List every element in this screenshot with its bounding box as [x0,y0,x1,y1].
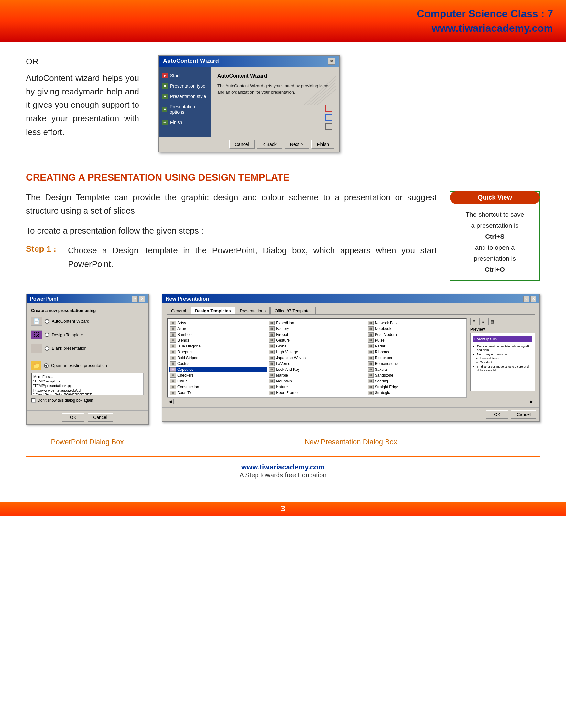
np-item-straight-edge[interactable]: ▤Straight Edge [366,384,465,390]
np-item-nature[interactable]: ▤Nature [268,384,366,390]
np-icon-strategic: ▤ [368,391,373,395]
pp-listbox[interactable]: More Files... \TEMP\sample.ppt \TEMP\pre… [31,373,144,395]
np-toolbar-icon-3[interactable]: ▦ [488,318,496,325]
np-icon-ribbons: ▤ [368,350,373,354]
np-icon-straight-edge: ▤ [368,385,373,389]
np-icon-network-blitz: ▤ [368,321,373,325]
np-item-marble[interactable]: ▤Marble [268,372,366,378]
np-item-ribbons[interactable]: ▤Ribbons [366,349,465,355]
np-item-high-voltage[interactable]: ▤High Voltage [268,349,366,355]
np-toolbar-icon-2[interactable]: ≡ [479,318,487,325]
np-item-network-blitz[interactable]: ▤Network Blitz [366,320,465,326]
np-item-fireball[interactable]: ▤Fireball [268,332,366,337]
wizard-step-options[interactable]: ■ Presentation options [162,104,208,115]
np-item-capsules[interactable]: ▤Capsules [169,367,268,372]
pp-help-btn[interactable]: ? [132,296,138,302]
pp-file-4[interactable]: }\Docs\PowerPoint\POWERPPT.PPT [33,392,142,395]
np-tab-office97[interactable]: Office 97 Templates [271,307,316,314]
np-item-laverne[interactable]: ▤LaVerne [268,361,366,367]
np-item-romanesque[interactable]: ▤Romanesque [366,361,465,367]
np-icon-blue-diagonal: ▤ [170,344,176,348]
preview-bullet-2: Nonummy nibh euismod Labeled Items Tinci… [477,352,532,365]
np-item-blueprint[interactable]: ▤Blueprint [169,349,268,355]
np-item-dads-tie[interactable]: ▤Dads Tie [169,390,268,396]
np-icon-sakura: ▤ [368,367,373,372]
wizard-step-start[interactable]: ▶ Start [162,73,208,78]
pp-ok-btn[interactable]: OK [62,413,84,422]
np-item-sakura[interactable]: ▤Sakura [366,367,465,372]
pp-cancel-btn[interactable]: Cancel [88,413,113,422]
pp-radio-blank-label: Blank presentation [52,346,87,351]
np-item-azure[interactable]: ▤Azure [169,326,268,332]
np-icon-japanese-waves: ▤ [269,356,275,360]
np-ok-btn[interactable]: OK [486,410,508,419]
qv-line2: a presentation is [471,222,519,229]
np-help-btn[interactable]: ? [523,296,529,302]
np-scroll-right[interactable]: ▶ [528,399,535,404]
np-item-bold-stripes[interactable]: ▤Bold Stripes [169,355,268,361]
caption-left: PowerPoint Dialog Box [26,438,149,446]
cancel-button[interactable]: Cancel [229,140,255,149]
left-text: OR AutoContent wizard helps you by givin… [26,55,139,152]
np-item-ricepaper[interactable]: ▤Ricepaper [366,355,465,361]
np-item-checkers[interactable]: ▤Checkers [169,372,268,378]
back-button[interactable]: < Back [257,140,282,149]
np-item-soaring[interactable]: ▤Soaring [366,378,465,384]
np-item-japanese-waves[interactable]: ▤Japanese Waves [268,355,366,361]
np-item-strategic[interactable]: ▤Strategic [366,390,465,396]
np-item-radar[interactable]: ▤Radar [366,343,465,349]
np-icon-ricepaper: ▤ [368,356,373,360]
np-item-neon-frame[interactable]: ▤Neon Frame [268,390,366,396]
np-horizontal-scrollbar[interactable]: ◀ ▶ [167,399,535,404]
np-item-sandstone[interactable]: ▤Sandstone [366,372,465,378]
pp-radio-autocontent[interactable]: 📄 AutoContent Wizard [31,317,144,326]
np-item-global[interactable]: ▤Global [268,343,366,349]
wizard-step-finish[interactable]: ↵ Finish [162,120,208,125]
pp-open-existing[interactable]: 📁 Open an existing presentation [31,361,144,370]
pp-close-btn[interactable]: ✕ [139,296,145,302]
np-item-cactus[interactable]: ▤Cactus [169,361,268,367]
pp-design-icon: 🖼 [31,330,42,339]
np-icon-construction: ▤ [170,385,176,389]
np-tab-design[interactable]: Design Templates [191,307,235,314]
finish-button[interactable]: Finish [311,140,334,149]
np-item-lock-and-key[interactable]: ▤Lock And Key [268,367,366,372]
np-cancel-btn[interactable]: Cancel [511,410,536,419]
np-item-artsy[interactable]: ▤Artsy [169,320,268,326]
pp-radio-design[interactable]: 🖼 Design Template [31,330,144,339]
np-icon-notebook: ▤ [368,326,373,331]
pp-file-1[interactable]: \TEMP\sample.ppt [33,379,142,383]
wizard-steps-panel: ▶ Start ■ Presentation type ■ Presentati… [159,67,211,137]
np-tab-general[interactable]: General [167,307,190,314]
np-close-btn[interactable]: ✕ [530,296,536,302]
qv-line3: and to open a [475,244,515,251]
wizard-step-type[interactable]: ■ Presentation type [162,83,208,89]
pp-checkbox-row: Don't show this dialog box again [31,398,144,403]
dialog-close-button[interactable]: ✕ [328,58,335,65]
np-item-blue-diagonal[interactable]: ▤Blue Diagonal [169,343,268,349]
np-item-mountain[interactable]: ▤Mountain [268,378,366,384]
np-tab-presentations[interactable]: Presentations [236,307,270,314]
np-item-expedition[interactable]: ▤Expedition [268,320,366,326]
pp-file-more[interactable]: More Files... [33,374,142,379]
wizard-step-style[interactable]: ■ Presentation style [162,94,208,99]
np-item-bamboo[interactable]: ▤Bamboo [169,332,268,337]
pp-radio-blank[interactable]: □ Blank presentation [31,344,144,353]
np-item-notebook[interactable]: ▤Notebook [366,326,465,332]
pp-file-3[interactable]: http://www.center.iupui.edu/cdh ... [33,388,142,392]
pp-file-2[interactable]: \TEMP\presentation4.ppt [33,383,142,388]
np-item-post-modern[interactable]: ▤Post Modern [366,332,465,337]
np-item-factory[interactable]: ▤Factory [268,326,366,332]
np-item-blends[interactable]: ▤Blends [169,337,268,343]
np-scroll-left[interactable]: ◀ [167,399,174,404]
np-item-gesture[interactable]: ▤Gesture [268,337,366,343]
np-item-pulse[interactable]: ▤Pulse [366,337,465,343]
np-toolbar-icon-1[interactable]: ⊞ [470,318,478,325]
preview-label: Preview [470,327,535,332]
design-template-content: The Design Template can provide the grap… [26,191,540,281]
next-button[interactable]: Next > [284,140,309,149]
pp-checkbox[interactable] [31,398,36,403]
quick-view-body: The shortcut to save a presentation is C… [450,204,539,280]
np-item-citrus[interactable]: ▤Citrus [169,378,268,384]
np-item-construction[interactable]: ▤Construction [169,384,268,390]
